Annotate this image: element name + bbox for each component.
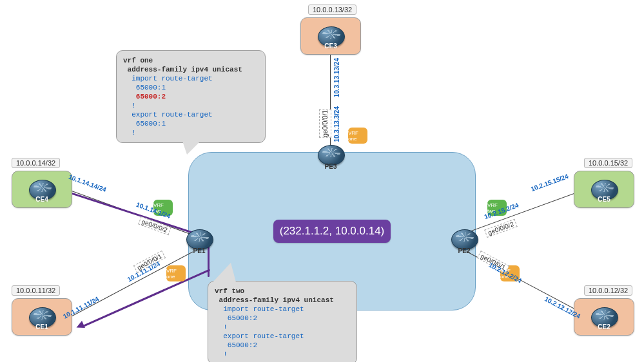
ce3-ip-chip: 10.0.0.13/32 (308, 5, 356, 15)
ce2-box: CE2 (574, 298, 634, 336)
ce3-label: CE3 (318, 43, 344, 50)
bubble-tail-icon (181, 135, 206, 155)
ce2-ip-chip: 10.0.0.12/32 (584, 285, 632, 296)
diagram-canvas: (232.1.1.2, 10.0.0.14) 10.0.0.14/32 CE4 … (0, 0, 644, 362)
vrf-one-pe3: VRF one (348, 128, 367, 144)
iface-pe3-g1: ge0/0/0/1 (319, 110, 331, 138)
pe3-node: PE3 (318, 145, 344, 164)
ce5-ip-chip: 10.0.0.15/32 (584, 158, 632, 168)
pe2-label: PE2 (451, 247, 477, 254)
lip-pe3-side: 10.3.13.3/24 (333, 106, 340, 142)
multicast-badge: (232.1.1.2, 10.0.0.14) (273, 220, 391, 243)
ce4-ip-chip: 10.0.0.14/32 (12, 158, 60, 168)
ce5-box: CE5 (574, 171, 634, 208)
pe1-node: PE1 (186, 229, 212, 249)
mcast-arrowhead-icon (75, 321, 85, 331)
ce2-label: CE2 (591, 323, 617, 330)
ce1-ip-chip: 10.0.0.11/32 (12, 285, 60, 296)
iface-pe2-g2: ge0/0/0/2 (484, 219, 517, 238)
vrf-one-pe1: VRF one (166, 265, 186, 281)
ce4-label: CE4 (29, 196, 55, 203)
link-ce5-pe2 (464, 188, 589, 234)
config-vrf-one: vrf one address-family ipv4 unicast impo… (116, 50, 266, 143)
bubble-tail-icon (213, 263, 236, 282)
lip-ce5-side: 10.2.15.15/24 (530, 173, 569, 193)
ce4-box: CE4 (12, 171, 72, 208)
ce3-box: CE3 (300, 17, 361, 55)
lip-ce3-side: 10.3.13.13/24 (333, 58, 340, 97)
ce5-label: CE5 (591, 196, 617, 203)
pe3-label: PE3 (318, 163, 344, 170)
config-vrf-two: vrf two address-family ipv4 unicast impo… (208, 281, 357, 362)
ce1-label: CE1 (29, 323, 55, 330)
lip-ce4-side: 10.1.14.14/24 (68, 173, 107, 193)
pe2-node: PE2 (451, 229, 477, 249)
pe1-label: PE1 (186, 247, 212, 254)
